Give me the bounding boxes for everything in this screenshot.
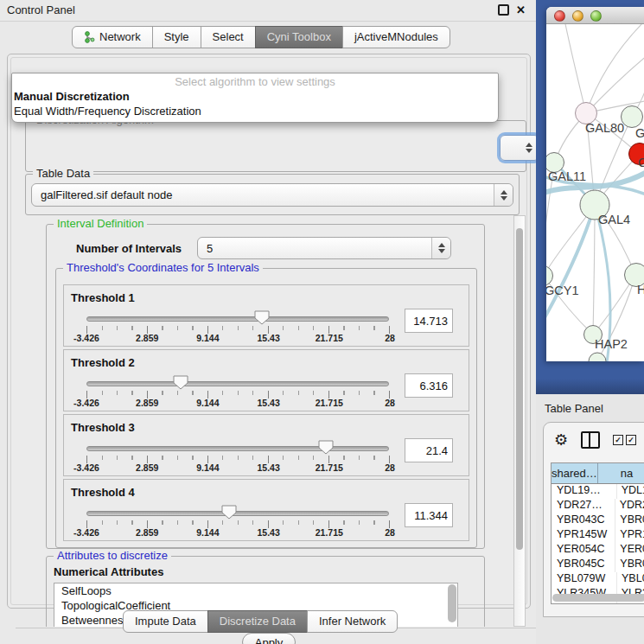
table-row[interactable]: YER054CYER0 — [552, 543, 644, 558]
slider-thumb[interactable] — [254, 310, 270, 325]
node[interactable] — [622, 106, 643, 128]
float-panel-icon[interactable] — [498, 4, 509, 16]
cell[interactable]: YBL0 — [617, 572, 644, 587]
group-title: Interval Definition — [54, 217, 147, 230]
slider-track[interactable] — [86, 316, 389, 322]
threshold-3-value-input[interactable] — [405, 438, 453, 462]
cell[interactable]: YDR27… — [552, 499, 615, 513]
tab-label: Cyni Toolbox — [267, 27, 331, 48]
cell[interactable]: YIL052C — [552, 602, 617, 604]
cell[interactable]: YER0 — [615, 543, 644, 558]
column-header-name[interactable]: na — [598, 463, 644, 483]
table-data-combobox[interactable]: galFiltered.sif default node — [31, 183, 513, 207]
tick-label: -3.426 — [73, 398, 99, 408]
algorithm-combobox[interactable] — [500, 135, 539, 161]
network-view-window: GAL80 GA C GAL11 GAL4 GCY1 H HAP2 — [546, 7, 644, 361]
list-scrollbar[interactable] — [448, 584, 456, 622]
group-title: Table Data — [33, 167, 93, 180]
tab-impute-data[interactable]: Impute Data — [123, 610, 208, 633]
cell[interactable]: YER054C — [552, 543, 615, 558]
dropdown-item-manual-discretization[interactable]: Manual Discretization — [12, 89, 498, 104]
tick-label: 9.144 — [196, 398, 219, 408]
tick-label: 9.144 — [196, 333, 219, 343]
tab-jactivemnodules[interactable]: jActiveMNodules — [342, 26, 450, 48]
cell[interactable]: YDL19… — [552, 484, 617, 499]
cell[interactable]: YBR0 — [615, 558, 644, 572]
list-item[interactable]: SelfLoops — [54, 583, 457, 598]
tick-label: 9.144 — [196, 527, 219, 538]
combobox-value: galFiltered.sif default node — [41, 188, 172, 201]
split-columns-icon[interactable] — [581, 431, 600, 449]
cell[interactable]: YDL1 — [617, 484, 644, 499]
stepper-arrows-icon[interactable] — [431, 238, 450, 258]
node-table[interactable]: shared… na YDL19…YDL1 YDR27…YDR2 YBR043C… — [551, 462, 644, 604]
tab-style[interactable]: Style — [152, 26, 201, 48]
slider-thumb[interactable] — [173, 375, 188, 390]
tick-label: -3.426 — [73, 333, 99, 343]
network-window-titlebar[interactable] — [546, 7, 644, 24]
slider-tick-labels: -3.426 2.859 9.144 15.43 21.715 28 — [86, 462, 390, 473]
slider-thumb[interactable] — [221, 505, 237, 520]
network-nodes — [546, 103, 644, 362]
threshold-3-slider[interactable]: -3.426 2.859 9.144 15.43 21.715 28 — [86, 415, 390, 475]
tab-network[interactable]: Network — [72, 26, 153, 48]
close-window-icon[interactable] — [554, 10, 565, 22]
slider-track[interactable] — [86, 381, 389, 386]
cell[interactable]: YBR045C — [552, 558, 615, 572]
threshold-2-slider[interactable]: -3.426 2.859 9.144 15.43 21.715 28 — [86, 350, 390, 411]
apply-button[interactable]: Apply — [242, 633, 296, 644]
node[interactable] — [589, 353, 606, 361]
tab-label: Network — [99, 27, 141, 48]
slider-track[interactable] — [86, 446, 389, 451]
tick-label: 21.715 — [316, 398, 343, 408]
stepper-arrows-icon[interactable] — [494, 184, 513, 206]
threshold-4-slider[interactable]: -3.426 2.859 9.144 15.43 21.715 28 — [86, 480, 390, 540]
cell[interactable]: YBL079W — [552, 572, 617, 587]
table-header-row: shared… na — [552, 463, 644, 484]
table-row[interactable]: YBR045CYBR0 — [552, 558, 644, 572]
dropdown-item-equal-width-frequency[interactable]: Equal Width/Frequency Discretization — [12, 104, 498, 118]
scrollbar-thumb[interactable] — [516, 228, 523, 550]
column-header-shared-name[interactable]: shared… — [552, 463, 598, 483]
cell[interactable]: YPR145W — [552, 528, 615, 543]
threshold-1-value-input[interactable] — [405, 309, 453, 333]
slider-track[interactable] — [86, 511, 389, 516]
close-icon[interactable]: ✕ — [516, 4, 526, 16]
cell[interactable]: YDR2 — [615, 499, 644, 513]
threshold-4-value-input[interactable] — [405, 503, 453, 527]
cell[interactable]: YBR043C — [552, 513, 615, 528]
tab-select[interactable]: Select — [201, 26, 256, 48]
cell[interactable]: YIL0 — [617, 602, 644, 604]
select-all-checkbox-icon[interactable]: ✓ — [613, 435, 623, 445]
settings-scroll-area: Interval Definition Number of Intervals … — [20, 215, 526, 627]
slider-thumb[interactable] — [318, 440, 334, 455]
table-row[interactable]: YBL079WYBL0 — [552, 572, 644, 587]
number-of-intervals-combobox[interactable]: 5 — [197, 237, 451, 259]
network-canvas[interactable]: GAL80 GA C GAL11 GAL4 GCY1 H HAP2 — [546, 24, 644, 361]
minimize-window-icon[interactable] — [572, 10, 583, 22]
zoom-window-icon[interactable] — [590, 10, 602, 22]
stepper-arrows-icon[interactable] — [520, 137, 538, 159]
tick-label: 2.859 — [136, 527, 158, 538]
tab-cyni-toolbox[interactable]: Cyni Toolbox — [255, 26, 343, 48]
threshold-4-panel: Threshold 4 -3.426 2.859 9. — [63, 479, 469, 541]
node-label: GCY1 — [546, 284, 579, 297]
gear-icon[interactable]: ⚙ — [554, 431, 568, 449]
table-row[interactable]: YPR145WYPR1 — [552, 528, 644, 543]
cell[interactable]: YPR1 — [615, 528, 644, 543]
algorithm-dropdown-popup: Select algorithm to view settings Manual… — [11, 73, 499, 123]
table-row[interactable]: YDR27…YDR2 — [552, 499, 644, 513]
table-row[interactable]: YIL052CYIL0 — [552, 602, 644, 604]
tab-label: Infer Network — [319, 611, 386, 632]
table-row[interactable]: YDL19…YDL1 — [552, 484, 644, 499]
tab-infer-network[interactable]: Infer Network — [307, 610, 398, 633]
select-none-checkbox-icon[interactable]: ✓ — [626, 435, 636, 445]
tab-discretize-data[interactable]: Discretize Data — [207, 610, 308, 633]
settings-scrollbar[interactable] — [513, 215, 526, 627]
table-horizontal-scrollbar[interactable] — [552, 594, 644, 602]
thresholds-coordinates-group: Threshold's Coordinates for 5 Intervals … — [55, 268, 477, 548]
table-row[interactable]: YBR043CYBR0 — [552, 513, 644, 528]
threshold-2-value-input[interactable] — [405, 373, 453, 398]
threshold-1-slider[interactable]: -3.426 2.859 9.144 15.43 21.715 28 — [86, 285, 390, 346]
cell[interactable]: YBR0 — [615, 513, 644, 528]
